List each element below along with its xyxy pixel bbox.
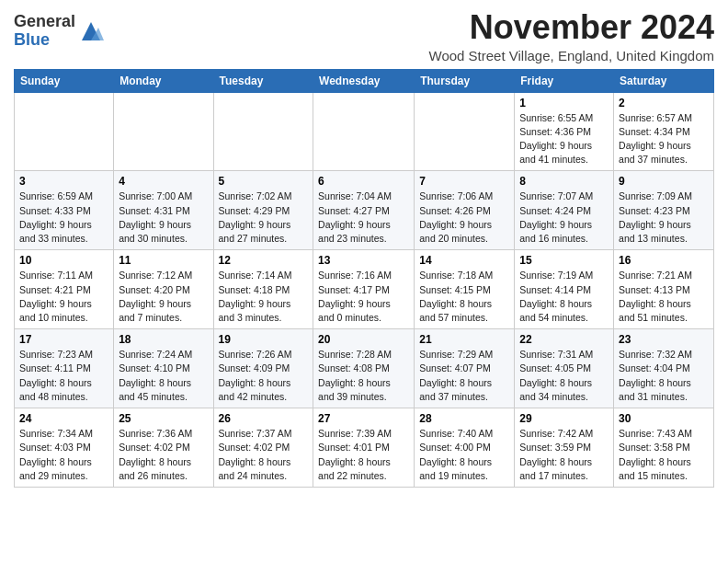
- col-header-thursday: Thursday: [415, 69, 515, 92]
- calendar-cell: [415, 92, 515, 171]
- logo-icon: [78, 18, 104, 44]
- calendar-cell: 19Sunrise: 7:26 AM Sunset: 4:09 PM Dayli…: [213, 329, 313, 408]
- col-header-tuesday: Tuesday: [213, 69, 313, 92]
- calendar-week-1: 1Sunrise: 6:55 AM Sunset: 4:36 PM Daylig…: [15, 92, 714, 171]
- calendar-cell: 29Sunrise: 7:42 AM Sunset: 3:59 PM Dayli…: [515, 408, 614, 488]
- day-info: Sunrise: 7:04 AM Sunset: 4:27 PM Dayligh…: [318, 190, 409, 246]
- day-info: Sunrise: 7:28 AM Sunset: 4:08 PM Dayligh…: [318, 348, 409, 404]
- day-info: Sunrise: 7:36 AM Sunset: 4:02 PM Dayligh…: [119, 427, 208, 483]
- day-number: 12: [219, 254, 309, 267]
- day-info: Sunrise: 7:39 AM Sunset: 4:01 PM Dayligh…: [318, 427, 409, 483]
- calendar-cell: 15Sunrise: 7:19 AM Sunset: 4:14 PM Dayli…: [515, 250, 614, 329]
- day-number: 21: [419, 333, 509, 346]
- calendar-cell: 2Sunrise: 6:57 AM Sunset: 4:34 PM Daylig…: [614, 92, 714, 171]
- calendar-cell: 26Sunrise: 7:37 AM Sunset: 4:02 PM Dayli…: [213, 408, 313, 488]
- calendar-cell: 16Sunrise: 7:21 AM Sunset: 4:13 PM Dayli…: [614, 250, 714, 329]
- calendar-cell: 13Sunrise: 7:16 AM Sunset: 4:17 PM Dayli…: [313, 250, 415, 329]
- calendar-cell: 11Sunrise: 7:12 AM Sunset: 4:20 PM Dayli…: [114, 250, 213, 329]
- day-info: Sunrise: 6:57 AM Sunset: 4:34 PM Dayligh…: [619, 111, 709, 167]
- col-header-monday: Monday: [114, 69, 213, 92]
- calendar-cell: [114, 92, 213, 171]
- day-info: Sunrise: 7:19 AM Sunset: 4:14 PM Dayligh…: [519, 269, 609, 325]
- day-info: Sunrise: 7:37 AM Sunset: 4:02 PM Dayligh…: [219, 427, 309, 483]
- day-number: 27: [318, 412, 409, 425]
- day-number: 13: [318, 254, 409, 267]
- calendar-cell: 23Sunrise: 7:32 AM Sunset: 4:04 PM Dayli…: [614, 329, 714, 408]
- day-number: 23: [619, 333, 709, 346]
- calendar-cell: 1Sunrise: 6:55 AM Sunset: 4:36 PM Daylig…: [515, 92, 614, 171]
- day-number: 11: [119, 254, 208, 267]
- day-number: 6: [318, 175, 409, 188]
- day-number: 15: [519, 254, 609, 267]
- day-number: 4: [119, 175, 208, 188]
- day-number: 24: [19, 412, 108, 425]
- calendar-cell: 4Sunrise: 7:00 AM Sunset: 4:31 PM Daylig…: [114, 171, 213, 250]
- day-number: 26: [219, 412, 309, 425]
- day-number: 30: [619, 412, 709, 425]
- day-number: 5: [219, 175, 309, 188]
- col-header-saturday: Saturday: [614, 69, 714, 92]
- day-number: 19: [219, 333, 309, 346]
- calendar-cell: 7Sunrise: 7:06 AM Sunset: 4:26 PM Daylig…: [415, 171, 515, 250]
- col-header-sunday: Sunday: [15, 69, 114, 92]
- calendar-cell: 17Sunrise: 7:23 AM Sunset: 4:11 PM Dayli…: [15, 329, 114, 408]
- calendar-week-3: 10Sunrise: 7:11 AM Sunset: 4:21 PM Dayli…: [15, 250, 714, 329]
- day-info: Sunrise: 7:06 AM Sunset: 4:26 PM Dayligh…: [419, 190, 509, 246]
- day-info: Sunrise: 7:12 AM Sunset: 4:20 PM Dayligh…: [119, 269, 208, 325]
- calendar-cell: 27Sunrise: 7:39 AM Sunset: 4:01 PM Dayli…: [313, 408, 415, 488]
- day-number: 29: [519, 412, 609, 425]
- calendar-cell: 18Sunrise: 7:24 AM Sunset: 4:10 PM Dayli…: [114, 329, 213, 408]
- day-info: Sunrise: 7:21 AM Sunset: 4:13 PM Dayligh…: [619, 269, 709, 325]
- day-info: Sunrise: 6:59 AM Sunset: 4:33 PM Dayligh…: [19, 190, 108, 246]
- calendar-cell: 14Sunrise: 7:18 AM Sunset: 4:15 PM Dayli…: [415, 250, 515, 329]
- calendar-week-5: 24Sunrise: 7:34 AM Sunset: 4:03 PM Dayli…: [15, 408, 714, 488]
- location: Wood Street Village, England, United Kin…: [429, 48, 714, 63]
- day-number: 7: [419, 175, 509, 188]
- day-info: Sunrise: 7:26 AM Sunset: 4:09 PM Dayligh…: [219, 348, 309, 404]
- calendar-cell: 24Sunrise: 7:34 AM Sunset: 4:03 PM Dayli…: [15, 408, 114, 488]
- calendar-header-row: SundayMondayTuesdayWednesdayThursdayFrid…: [15, 69, 714, 92]
- day-number: 3: [19, 175, 108, 188]
- calendar-week-2: 3Sunrise: 6:59 AM Sunset: 4:33 PM Daylig…: [15, 171, 714, 250]
- calendar-table: SundayMondayTuesdayWednesdayThursdayFrid…: [14, 69, 714, 488]
- day-number: 18: [119, 333, 208, 346]
- calendar-cell: 8Sunrise: 7:07 AM Sunset: 4:24 PM Daylig…: [515, 171, 614, 250]
- day-info: Sunrise: 7:43 AM Sunset: 3:58 PM Dayligh…: [619, 427, 709, 483]
- day-info: Sunrise: 7:18 AM Sunset: 4:15 PM Dayligh…: [419, 269, 509, 325]
- logo-text: General Blue: [14, 13, 75, 50]
- day-number: 20: [318, 333, 409, 346]
- month-title: November 2024: [429, 9, 714, 46]
- day-number: 9: [619, 175, 709, 188]
- day-number: 8: [519, 175, 609, 188]
- calendar-cell: 6Sunrise: 7:04 AM Sunset: 4:27 PM Daylig…: [313, 171, 415, 250]
- logo-general: General: [14, 12, 75, 30]
- logo-blue: Blue: [14, 30, 50, 49]
- day-number: 17: [19, 333, 108, 346]
- calendar-cell: 9Sunrise: 7:09 AM Sunset: 4:23 PM Daylig…: [614, 171, 714, 250]
- calendar-cell: 25Sunrise: 7:36 AM Sunset: 4:02 PM Dayli…: [114, 408, 213, 488]
- day-info: Sunrise: 7:29 AM Sunset: 4:07 PM Dayligh…: [419, 348, 509, 404]
- day-info: Sunrise: 7:16 AM Sunset: 4:17 PM Dayligh…: [318, 269, 409, 325]
- calendar-cell: 30Sunrise: 7:43 AM Sunset: 3:58 PM Dayli…: [614, 408, 714, 488]
- day-info: Sunrise: 7:42 AM Sunset: 3:59 PM Dayligh…: [519, 427, 609, 483]
- calendar-cell: 28Sunrise: 7:40 AM Sunset: 4:00 PM Dayli…: [415, 408, 515, 488]
- title-block: November 2024 Wood Street Village, Engla…: [429, 9, 714, 63]
- calendar-cell: 3Sunrise: 6:59 AM Sunset: 4:33 PM Daylig…: [15, 171, 114, 250]
- day-info: Sunrise: 7:02 AM Sunset: 4:29 PM Dayligh…: [219, 190, 309, 246]
- day-info: Sunrise: 7:00 AM Sunset: 4:31 PM Dayligh…: [119, 190, 208, 246]
- day-info: Sunrise: 7:31 AM Sunset: 4:05 PM Dayligh…: [519, 348, 609, 404]
- calendar-cell: 12Sunrise: 7:14 AM Sunset: 4:18 PM Dayli…: [213, 250, 313, 329]
- day-number: 1: [519, 97, 609, 109]
- day-info: Sunrise: 7:32 AM Sunset: 4:04 PM Dayligh…: [619, 348, 709, 404]
- day-info: Sunrise: 7:11 AM Sunset: 4:21 PM Dayligh…: [19, 269, 108, 325]
- page-header: General Blue November 2024 Wood Street V…: [14, 9, 714, 63]
- day-info: Sunrise: 7:23 AM Sunset: 4:11 PM Dayligh…: [19, 348, 108, 404]
- day-number: 14: [419, 254, 509, 267]
- day-info: Sunrise: 7:14 AM Sunset: 4:18 PM Dayligh…: [219, 269, 309, 325]
- day-info: Sunrise: 7:24 AM Sunset: 4:10 PM Dayligh…: [119, 348, 208, 404]
- day-number: 16: [619, 254, 709, 267]
- col-header-wednesday: Wednesday: [313, 69, 415, 92]
- calendar-cell: 22Sunrise: 7:31 AM Sunset: 4:05 PM Dayli…: [515, 329, 614, 408]
- calendar-cell: 5Sunrise: 7:02 AM Sunset: 4:29 PM Daylig…: [213, 171, 313, 250]
- calendar-week-4: 17Sunrise: 7:23 AM Sunset: 4:11 PM Dayli…: [15, 329, 714, 408]
